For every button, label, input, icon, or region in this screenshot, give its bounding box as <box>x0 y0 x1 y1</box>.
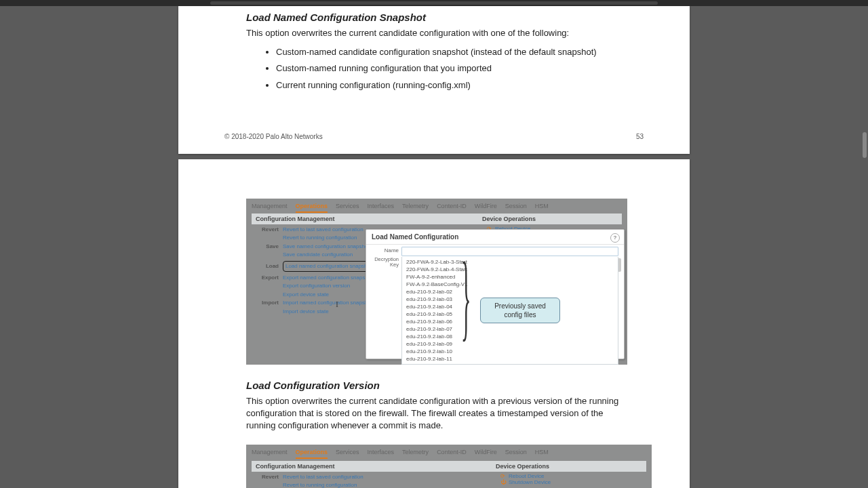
list-item: Current running configuration (running-c… <box>276 79 622 92</box>
cfg-link[interactable]: Import named configuration snapshot <box>283 300 372 306</box>
page-54: Management Operations Services Interface… <box>178 159 690 488</box>
list-item: Custom-named running configuration that … <box>276 62 622 75</box>
config-option[interactable]: FW-A-9-2-enhanced <box>402 273 618 281</box>
config-option[interactable]: 220-FWA-9.2-Lab-3-Start <box>402 258 618 266</box>
brace-icon: } <box>461 249 471 345</box>
load-named-config-dialog: Load Named Configuration ? Name Decrypti… <box>366 229 625 359</box>
tab-hsm[interactable]: HSM <box>535 447 549 459</box>
page-53: Load Named Configuration Snapshot This o… <box>178 6 690 154</box>
config-links: RevertRevert to last saved configuration… <box>256 226 378 316</box>
device-ops-links: ⟳Reboot Device ⏻Shutdown Device <box>500 473 551 485</box>
cfg-link[interactable]: Revert to last saved configuration <box>283 474 363 480</box>
tab-management[interactable]: Management <box>252 447 288 459</box>
bullet-list: Custom-named candidate configuration sna… <box>246 46 622 92</box>
section-heading: Load Configuration Version <box>246 380 622 391</box>
cfg-link[interactable]: Export configuration version <box>283 283 350 289</box>
config-option[interactable]: edu-210-9.2-lab-07 <box>402 325 618 333</box>
url-bar[interactable] <box>210 1 658 5</box>
tab-interfaces[interactable]: Interfaces <box>368 201 395 213</box>
tab-telemetry[interactable]: Telemetry <box>402 201 429 213</box>
tab-telemetry[interactable]: Telemetry <box>402 447 429 459</box>
config-option[interactable]: edu-210-9.2-lab-10 <box>402 348 618 355</box>
power-icon: ⟳ <box>500 473 507 479</box>
tab-wildfire[interactable]: WildFire <box>475 201 497 213</box>
power-icon: ⏻ <box>500 479 507 485</box>
cfg-link[interactable]: Revert to running configuration <box>283 235 357 241</box>
name-label: Name <box>372 247 399 253</box>
tab-content-id[interactable]: Content-ID <box>437 201 467 213</box>
tab-content-id[interactable]: Content-ID <box>437 447 467 459</box>
tab-services[interactable]: Services <box>336 447 359 459</box>
tab-hsm[interactable]: HSM <box>535 201 549 213</box>
text-cursor-icon: I <box>336 300 338 310</box>
tab-session[interactable]: Session <box>505 201 527 213</box>
tab-operations[interactable]: Operations <box>296 201 328 213</box>
cfg-link[interactable]: Save candidate configuration <box>283 251 353 258</box>
config-option[interactable]: FW-A-9.2-BaseConfig-V1 <box>402 281 618 288</box>
tab-operations[interactable]: Operations <box>296 447 328 459</box>
document-viewport: Load Named Configuration Snapshot This o… <box>0 6 868 488</box>
tab-wildfire[interactable]: WildFire <box>475 447 497 459</box>
device-ops-header: Device Operations <box>496 463 549 470</box>
browser-chrome <box>0 0 868 6</box>
section-para: This option overwrites the current candi… <box>246 27 622 39</box>
cfg-link[interactable]: Export named configuration snapshot <box>283 274 373 281</box>
panel-header-row: Configuration Management Device Operatio… <box>252 461 646 472</box>
config-option[interactable]: 220-FWA-9.2-Lab-4-Start <box>402 266 618 273</box>
device-tabs: Management Operations Services Interface… <box>252 447 646 459</box>
config-links: RevertRevert to last saved configuration… <box>256 473 378 488</box>
config-option[interactable]: edu-210-9.2-lab-09 <box>402 340 618 348</box>
copyright: © 2018-2020 Palo Alto Networks <box>224 133 323 140</box>
cfg-link-highlighted[interactable]: Load named configuration snapshot <box>283 261 374 272</box>
list-item: Custom-named candidate configuration sna… <box>276 46 622 58</box>
cfg-link[interactable]: Export device state <box>283 291 329 298</box>
figure-load-named-config: Management Operations Services Interface… <box>246 199 627 365</box>
callout-box: Previously saved config files <box>480 298 560 323</box>
config-mgmt-header: Configuration Management <box>256 216 335 222</box>
cfg-link[interactable]: Save named configuration snapshot <box>283 243 370 249</box>
tab-session[interactable]: Session <box>505 447 527 459</box>
tab-management[interactable]: Management <box>252 201 288 213</box>
tab-services[interactable]: Services <box>336 201 359 213</box>
config-option[interactable]: edu-210-9.2-lab-11 <box>402 355 618 363</box>
config-option[interactable]: edu-210-9.2-lab-02 <box>402 288 618 296</box>
cfg-link[interactable]: Revert to last saved configuration <box>283 226 363 232</box>
panel-header-row: Configuration Management Device Operatio… <box>252 214 622 224</box>
tab-interfaces[interactable]: Interfaces <box>368 447 395 459</box>
device-ops-header: Device Operations <box>482 216 536 222</box>
cfg-link[interactable]: Import device state <box>283 308 329 314</box>
config-mgmt-header: Configuration Management <box>256 463 335 470</box>
config-option[interactable]: edu-210-9.2-lab-08 <box>402 333 618 340</box>
figure-load-config-version: Management Operations Services Interface… <box>246 445 652 488</box>
decryption-key-label: Decryption Key <box>372 257 399 268</box>
section-para: This option overwrites the current candi… <box>246 395 622 432</box>
page-number: 53 <box>636 133 644 140</box>
page-footer: © 2018-2020 Palo Alto Networks 53 <box>224 133 644 140</box>
device-tabs: Management Operations Services Interface… <box>252 201 622 213</box>
dialog-title: Load Named Configuration ? <box>366 230 624 245</box>
section-heading: Load Named Configuration Snapshot <box>246 12 622 23</box>
cfg-link[interactable]: Revert to running configuration <box>283 482 357 488</box>
help-icon[interactable]: ? <box>610 233 620 243</box>
name-dropdown-input[interactable] <box>401 247 618 256</box>
